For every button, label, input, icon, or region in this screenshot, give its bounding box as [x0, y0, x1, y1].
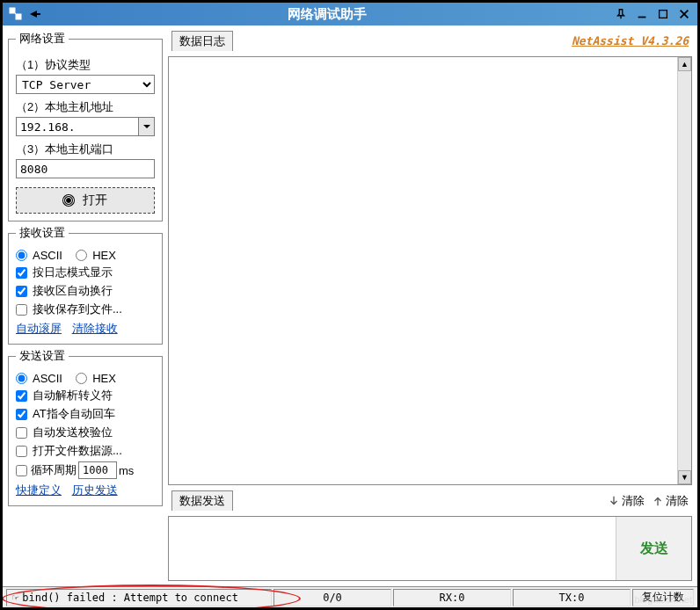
hand-icon: ☞ [12, 592, 18, 604]
at-return-label: AT指令自动回车 [33, 406, 115, 422]
network-legend: 网络设置 [16, 31, 69, 47]
auto-wrap-check[interactable] [16, 286, 27, 297]
send-ascii-radio[interactable] [16, 373, 27, 384]
clear-recv-link[interactable]: 清除接收 [72, 322, 118, 335]
save-file-label: 接收保存到文件... [33, 301, 122, 317]
open-file-label: 打开文件数据源... [33, 443, 122, 459]
history-link[interactable]: 历史发送 [72, 483, 118, 497]
scroll-up-icon[interactable]: ▲ [678, 57, 691, 71]
autoscroll-link[interactable]: 自动滚屏 [16, 322, 62, 335]
log-label: 数据日志 [171, 31, 233, 51]
status-message-text: bind() failed : Attempt to connect [22, 592, 238, 604]
arrow-up-icon [652, 495, 664, 507]
auto-wrap-label: 接收区自动换行 [33, 283, 113, 299]
clear-right-button[interactable]: 清除 [652, 493, 689, 509]
cycle-check[interactable] [16, 465, 27, 476]
network-settings-group: 网络设置 （1）协议类型 TCP Server （2）本地主机地址 （3）本地主… [8, 31, 163, 221]
at-return-check[interactable] [16, 409, 27, 420]
escape-check[interactable] [16, 390, 27, 402]
minimize-button[interactable] [632, 6, 652, 22]
clear-left-button[interactable]: 清除 [608, 493, 645, 509]
cycle-label: 循环周期 [31, 462, 77, 478]
log-mode-label: 按日志模式显示 [33, 265, 113, 280]
pin-icon[interactable] [611, 6, 631, 22]
send-settings-group: 发送设置 ASCII HEX 自动解析转义符 AT指令自动回车 自动发送校验位 … [8, 348, 163, 506]
status-count: 0/0 [273, 589, 391, 606]
save-file-check[interactable] [16, 304, 27, 316]
checksum-label: 自动发送校验位 [33, 425, 113, 440]
status-rx: RX:0 [393, 589, 511, 606]
cycle-input[interactable] [78, 461, 117, 479]
quick-def-link[interactable]: 快捷定义 [16, 483, 62, 497]
log-scrollbar[interactable]: ▲ ▼ [677, 57, 691, 484]
send-hex-radio[interactable] [76, 373, 87, 384]
window-title: 网络调试助手 [45, 6, 609, 23]
host-input[interactable] [16, 117, 139, 136]
send-hex-label: HEX [92, 372, 116, 385]
recv-hex-radio[interactable] [76, 250, 87, 261]
reset-count-button[interactable]: 复位计数 [632, 589, 694, 606]
statusbar: ☞ bind() failed : Attempt to connect 0/0… [3, 586, 697, 607]
port-label: （3）本地主机端口 [16, 142, 155, 157]
clear-left-label: 清除 [622, 493, 645, 509]
open-button[interactable]: 打开 [16, 187, 155, 214]
brand-link[interactable]: NetAssist V4.3.26 [572, 34, 689, 47]
svg-rect-0 [10, 8, 15, 13]
send-button[interactable]: 发送 [616, 517, 691, 580]
recv-ascii-label: ASCII [33, 249, 62, 262]
sendbox-label: 数据发送 [171, 490, 233, 511]
send-ascii-label: ASCII [33, 372, 62, 385]
protocol-select[interactable]: TCP Server [16, 75, 155, 94]
open-file-check[interactable] [16, 446, 27, 457]
recv-hex-label: HEX [92, 249, 116, 262]
status-dot-icon [63, 195, 74, 206]
close-button[interactable] [674, 6, 694, 22]
cycle-unit: ms [119, 464, 134, 477]
send-button-label: 发送 [640, 540, 668, 558]
scroll-down-icon[interactable]: ▼ [678, 470, 691, 484]
clear-right-label: 清除 [666, 493, 689, 509]
host-label: （2）本地主机地址 [16, 99, 155, 115]
send-textarea[interactable] [169, 517, 616, 580]
arrow-down-icon [608, 495, 620, 507]
svg-line-2 [15, 13, 17, 15]
status-tx: TX:0 [513, 589, 631, 606]
protocol-label: （1）协议类型 [16, 57, 155, 73]
status-message: ☞ bind() failed : Attempt to connect [6, 589, 272, 606]
titlebar: 网络调试助手 [3, 3, 697, 25]
host-dropdown-arrow[interactable] [139, 117, 155, 136]
svg-rect-5 [660, 11, 667, 18]
pin-left-icon[interactable] [26, 6, 45, 22]
recv-settings-group: 接收设置 ASCII HEX 按日志模式显示 接收区自动换行 接收保存到文件..… [8, 225, 163, 345]
open-button-label: 打开 [83, 192, 107, 208]
log-mode-check[interactable] [16, 267, 27, 279]
log-area[interactable]: ▲ ▼ [168, 56, 692, 485]
app-icon [6, 6, 26, 22]
recv-ascii-radio[interactable] [16, 250, 27, 261]
checksum-check[interactable] [16, 427, 27, 439]
maximize-button[interactable] [653, 6, 673, 22]
port-input[interactable] [16, 159, 155, 178]
send-legend: 发送设置 [16, 348, 69, 364]
recv-legend: 接收设置 [16, 225, 69, 241]
escape-label: 自动解析转义符 [33, 388, 113, 403]
